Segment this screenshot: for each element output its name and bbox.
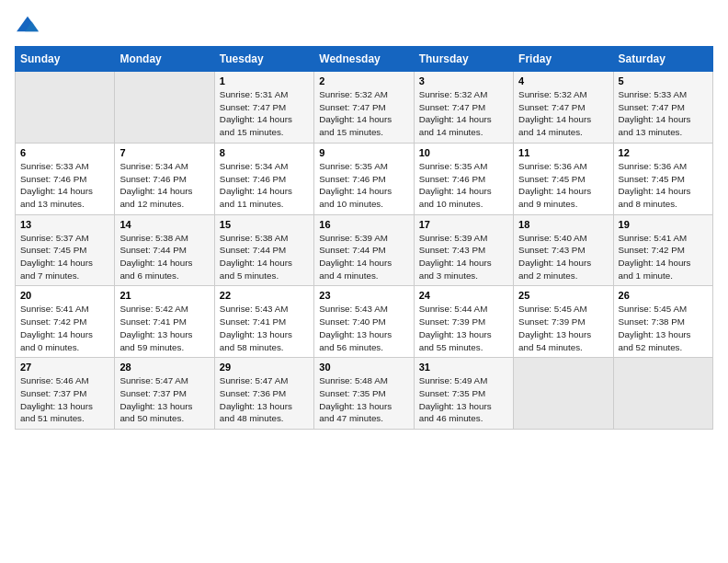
calendar-cell: 24Sunrise: 5:44 AMSunset: 7:39 PMDayligh…	[414, 286, 513, 358]
day-header-wednesday: Wednesday	[314, 47, 414, 72]
calendar-cell: 10Sunrise: 5:35 AMSunset: 7:46 PMDayligh…	[414, 143, 513, 214]
calendar-cell: 6Sunrise: 5:33 AMSunset: 7:46 PMDaylight…	[16, 143, 115, 214]
calendar-cell	[115, 72, 214, 144]
day-info: Sunrise: 5:44 AMSunset: 7:39 PMDaylight:…	[419, 303, 508, 353]
day-number: 20	[20, 290, 109, 301]
day-number: 29	[220, 362, 309, 373]
day-info: Sunrise: 5:39 AMSunset: 7:44 PMDaylight:…	[319, 232, 408, 282]
calendar-week-4: 20Sunrise: 5:41 AMSunset: 7:42 PMDayligh…	[16, 286, 713, 358]
day-number: 21	[119, 290, 209, 301]
calendar-cell: 20Sunrise: 5:41 AMSunset: 7:42 PMDayligh…	[16, 286, 115, 358]
day-number: 8	[220, 147, 309, 158]
day-number: 7	[119, 147, 209, 158]
day-info: Sunrise: 5:35 AMSunset: 7:46 PMDaylight:…	[319, 160, 408, 211]
day-number: 26	[619, 290, 708, 301]
day-info: Sunrise: 5:36 AMSunset: 7:45 PMDaylight:…	[619, 160, 708, 211]
day-info: Sunrise: 5:48 AMSunset: 7:35 PMDaylight:…	[319, 374, 408, 425]
day-info: Sunrise: 5:32 AMSunset: 7:47 PMDaylight:…	[518, 88, 608, 139]
day-number: 30	[319, 362, 408, 373]
day-info: Sunrise: 5:42 AMSunset: 7:41 PMDaylight:…	[119, 303, 209, 353]
day-info: Sunrise: 5:35 AMSunset: 7:46 PMDaylight:…	[419, 160, 508, 211]
day-number: 12	[619, 147, 708, 158]
calendar-cell: 11Sunrise: 5:36 AMSunset: 7:45 PMDayligh…	[514, 143, 613, 214]
day-number: 28	[119, 362, 209, 373]
day-info: Sunrise: 5:38 AMSunset: 7:44 PMDaylight:…	[220, 232, 309, 282]
day-info: Sunrise: 5:40 AMSunset: 7:43 PMDaylight:…	[518, 232, 608, 282]
day-info: Sunrise: 5:49 AMSunset: 7:35 PMDaylight:…	[419, 374, 508, 425]
day-info: Sunrise: 5:31 AMSunset: 7:47 PMDaylight:…	[220, 88, 309, 139]
calendar-cell: 27Sunrise: 5:46 AMSunset: 7:37 PMDayligh…	[16, 358, 115, 430]
calendar-table: SundayMondayTuesdayWednesdayThursdayFrid…	[15, 46, 713, 430]
calendar-cell: 23Sunrise: 5:43 AMSunset: 7:40 PMDayligh…	[314, 286, 414, 358]
day-header-friday: Friday	[514, 47, 613, 72]
calendar-week-2: 6Sunrise: 5:33 AMSunset: 7:46 PMDaylight…	[16, 143, 713, 214]
day-header-sunday: Sunday	[16, 47, 115, 72]
calendar-week-5: 27Sunrise: 5:46 AMSunset: 7:37 PMDayligh…	[16, 358, 713, 430]
day-info: Sunrise: 5:43 AMSunset: 7:41 PMDaylight:…	[220, 303, 309, 353]
calendar-cell: 2Sunrise: 5:32 AMSunset: 7:47 PMDaylight…	[314, 72, 414, 144]
day-info: Sunrise: 5:41 AMSunset: 7:42 PMDaylight:…	[20, 303, 109, 353]
day-header-tuesday: Tuesday	[214, 47, 313, 72]
day-info: Sunrise: 5:34 AMSunset: 7:46 PMDaylight:…	[119, 160, 209, 211]
day-number: 5	[619, 75, 708, 86]
day-info: Sunrise: 5:41 AMSunset: 7:42 PMDaylight:…	[619, 232, 708, 282]
calendar-cell: 18Sunrise: 5:40 AMSunset: 7:43 PMDayligh…	[514, 214, 613, 286]
logo	[15, 15, 44, 35]
day-number: 13	[20, 219, 109, 230]
day-number: 27	[20, 362, 109, 373]
day-number: 15	[220, 219, 309, 230]
day-info: Sunrise: 5:37 AMSunset: 7:45 PMDaylight:…	[20, 232, 109, 282]
day-info: Sunrise: 5:46 AMSunset: 7:37 PMDaylight:…	[20, 374, 109, 425]
day-info: Sunrise: 5:34 AMSunset: 7:46 PMDaylight:…	[220, 160, 309, 211]
day-number: 18	[518, 219, 608, 230]
day-info: Sunrise: 5:47 AMSunset: 7:37 PMDaylight:…	[119, 374, 209, 425]
calendar-cell: 25Sunrise: 5:45 AMSunset: 7:39 PMDayligh…	[514, 286, 613, 358]
day-info: Sunrise: 5:38 AMSunset: 7:44 PMDaylight:…	[119, 232, 209, 282]
calendar-cell: 4Sunrise: 5:32 AMSunset: 7:47 PMDaylight…	[514, 72, 613, 144]
calendar-cell: 9Sunrise: 5:35 AMSunset: 7:46 PMDaylight…	[314, 143, 414, 214]
day-number: 9	[319, 147, 408, 158]
day-info: Sunrise: 5:33 AMSunset: 7:47 PMDaylight:…	[619, 88, 708, 139]
calendar-cell: 22Sunrise: 5:43 AMSunset: 7:41 PMDayligh…	[214, 286, 313, 358]
calendar-week-1: 1Sunrise: 5:31 AMSunset: 7:47 PMDaylight…	[16, 72, 713, 144]
day-info: Sunrise: 5:33 AMSunset: 7:46 PMDaylight:…	[20, 160, 109, 211]
calendar-cell: 13Sunrise: 5:37 AMSunset: 7:45 PMDayligh…	[16, 214, 115, 286]
calendar-cell: 14Sunrise: 5:38 AMSunset: 7:44 PMDayligh…	[115, 214, 214, 286]
calendar-cell: 5Sunrise: 5:33 AMSunset: 7:47 PMDaylight…	[613, 72, 712, 144]
day-number: 24	[419, 290, 508, 301]
calendar-cell	[613, 358, 712, 430]
calendar-cell: 16Sunrise: 5:39 AMSunset: 7:44 PMDayligh…	[314, 214, 414, 286]
calendar-header-row: SundayMondayTuesdayWednesdayThursdayFrid…	[16, 47, 713, 72]
calendar-cell: 19Sunrise: 5:41 AMSunset: 7:42 PMDayligh…	[613, 214, 712, 286]
day-number: 11	[518, 147, 608, 158]
calendar-cell: 12Sunrise: 5:36 AMSunset: 7:45 PMDayligh…	[613, 143, 712, 214]
day-info: Sunrise: 5:45 AMSunset: 7:39 PMDaylight:…	[518, 303, 608, 353]
day-number: 14	[119, 219, 209, 230]
day-info: Sunrise: 5:32 AMSunset: 7:47 PMDaylight:…	[319, 88, 408, 139]
day-number: 3	[419, 75, 508, 86]
calendar-cell: 15Sunrise: 5:38 AMSunset: 7:44 PMDayligh…	[214, 214, 313, 286]
day-info: Sunrise: 5:39 AMSunset: 7:43 PMDaylight:…	[419, 232, 508, 282]
calendar-cell: 26Sunrise: 5:45 AMSunset: 7:38 PMDayligh…	[613, 286, 712, 358]
day-number: 25	[518, 290, 608, 301]
day-number: 10	[419, 147, 508, 158]
calendar-cell: 21Sunrise: 5:42 AMSunset: 7:41 PMDayligh…	[115, 286, 214, 358]
day-info: Sunrise: 5:45 AMSunset: 7:38 PMDaylight:…	[619, 303, 708, 353]
day-info: Sunrise: 5:36 AMSunset: 7:45 PMDaylight:…	[518, 160, 608, 211]
day-number: 23	[319, 290, 408, 301]
day-header-thursday: Thursday	[414, 47, 513, 72]
day-number: 16	[319, 219, 408, 230]
calendar-cell	[16, 72, 115, 144]
page-header	[15, 15, 713, 35]
day-number: 4	[518, 75, 608, 86]
day-header-monday: Monday	[115, 47, 214, 72]
calendar-cell: 29Sunrise: 5:47 AMSunset: 7:36 PMDayligh…	[214, 358, 313, 430]
calendar-cell: 3Sunrise: 5:32 AMSunset: 7:47 PMDaylight…	[414, 72, 513, 144]
calendar-cell: 31Sunrise: 5:49 AMSunset: 7:35 PMDayligh…	[414, 358, 513, 430]
day-number: 19	[619, 219, 708, 230]
calendar-cell: 30Sunrise: 5:48 AMSunset: 7:35 PMDayligh…	[314, 358, 414, 430]
day-header-saturday: Saturday	[613, 47, 712, 72]
calendar-cell: 17Sunrise: 5:39 AMSunset: 7:43 PMDayligh…	[414, 214, 513, 286]
calendar-cell: 1Sunrise: 5:31 AMSunset: 7:47 PMDaylight…	[214, 72, 313, 144]
day-number: 1	[220, 75, 309, 86]
